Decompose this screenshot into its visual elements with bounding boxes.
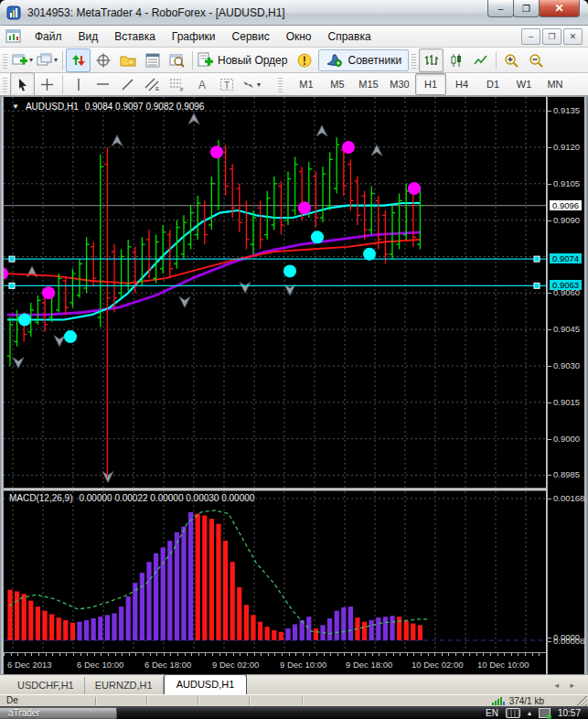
window-icon (6, 5, 21, 20)
toolbar-grip[interactable] (412, 52, 416, 69)
price-axis-label: 0.9015 (553, 397, 580, 407)
minimize-button[interactable]: – (487, 0, 514, 17)
text-label-tool-button[interactable]: T (214, 72, 239, 96)
zoom-in-button[interactable] (499, 48, 524, 72)
status-divider (198, 697, 199, 705)
arrows-tool-button[interactable]: ▾ (239, 72, 263, 96)
time-axis-label: 6 Dec 18:00 (144, 660, 191, 670)
line-chart-button[interactable] (468, 48, 493, 72)
macd-indicator-panel[interactable] (4, 491, 546, 652)
fibo-tool-button[interactable]: F (165, 72, 189, 96)
tab-scroll-arrows[interactable]: ◂ ▸ (554, 681, 579, 690)
timeframe-M5[interactable]: M5 (322, 73, 353, 95)
channel-tool-button[interactable]: E (140, 72, 165, 96)
trendline-tool-button[interactable] (115, 72, 140, 96)
close-button[interactable]: ✕ (539, 0, 580, 17)
language-indicator[interactable]: EN (486, 708, 498, 718)
window-right-edge (584, 97, 588, 674)
toolbar-grip[interactable] (278, 76, 283, 92)
chart-symbol-label: AUDUSD,H1 (26, 102, 79, 112)
price-axis: 0.91350.91200.91050.90960.90900.90740.90… (548, 97, 584, 674)
status-divider (95, 697, 97, 705)
timeframe-M30[interactable]: M30 (384, 73, 415, 95)
chart-tab-bar: USDCHF,H1EURNZD,H1AUDUSD,H1◂ ▸ (0, 674, 588, 694)
menu-item-0[interactable]: Файл (27, 27, 70, 46)
profiles-icon (37, 53, 53, 68)
price-axis-label: 0.9120 (553, 142, 580, 152)
chart-tab-EURNZDH1[interactable]: EURNZD,H1 (85, 677, 164, 694)
timeframe-M15[interactable]: M15 (353, 73, 384, 95)
toolbar-separator (62, 75, 63, 93)
menu-item-2[interactable]: Вставка (106, 27, 164, 46)
data-window-button[interactable] (140, 48, 165, 72)
toolbar-separator (62, 51, 63, 70)
mdi-minimize-button[interactable]: – (521, 28, 540, 45)
price-axis-label: 0.9030 (553, 360, 580, 370)
hline-tool-button[interactable] (91, 72, 115, 96)
candle-chart-button[interactable] (444, 48, 468, 72)
menu-item-6[interactable]: Справка (320, 27, 380, 46)
maximize-button[interactable]: ❐ (513, 0, 540, 17)
resize-grip[interactable] (577, 696, 587, 706)
time-axis-label: 10 Dec 10:00 (477, 660, 529, 670)
axis-tick (548, 111, 551, 112)
axis-tick (548, 439, 551, 440)
expert-advisors-button[interactable]: Советники (318, 49, 409, 71)
standard-toolbar: ▾ ▾ Новый Ордер Совет (0, 48, 588, 73)
mdi-close-button[interactable]: ✕ (563, 28, 583, 45)
menu-item-1[interactable]: Вид (70, 27, 107, 46)
new-chart-button[interactable]: ▾ (10, 48, 35, 72)
timeframe-W1[interactable]: W1 (508, 73, 540, 95)
price-axis-label: 0.9000 (553, 434, 580, 444)
price-axis-label: 0.9096 (550, 200, 582, 210)
axis-tick (548, 184, 551, 185)
new-order-button[interactable] (196, 48, 216, 72)
timeframe-H4[interactable]: H4 (446, 73, 477, 95)
new-order-label[interactable]: Новый Ордер (218, 54, 287, 67)
main-price-chart[interactable] (4, 97, 546, 488)
channel-icon: E (144, 77, 160, 91)
crosshair-tool-button[interactable] (35, 72, 59, 96)
timeframe-MN[interactable]: MN (540, 73, 571, 95)
toolbar-grip[interactable] (3, 76, 7, 92)
text-tool-button[interactable]: A (189, 72, 214, 96)
mdi-restore-button[interactable]: ❐ (542, 28, 561, 45)
axis-tick (548, 220, 551, 221)
favorites-button[interactable] (115, 48, 140, 72)
timeframe-D1[interactable]: D1 (477, 73, 508, 95)
menu-item-4[interactable]: Сервис (224, 27, 278, 46)
new-order-icon (198, 52, 214, 68)
experts-icon (326, 53, 343, 67)
strategy-tester-button[interactable] (165, 48, 189, 72)
menu-item-5[interactable]: Окно (278, 27, 320, 46)
keyboard-icon[interactable] (506, 708, 520, 718)
vline-tool-button[interactable] (66, 72, 91, 96)
timeframe-group: M1M5M15M30H1H4D1W1MN (291, 73, 571, 95)
warning-icon (297, 53, 312, 68)
crosshair-button[interactable] (91, 48, 115, 72)
status-left-text: De (6, 695, 18, 705)
timeframe-M1[interactable]: M1 (291, 73, 322, 95)
tray-expand-icon[interactable]: ▴ (528, 709, 531, 717)
network-icon[interactable] (539, 708, 551, 718)
bar-chart-button[interactable] (419, 48, 444, 72)
tick-chart-button[interactable] (66, 48, 91, 72)
toolbar-grip[interactable] (3, 52, 7, 69)
zoom-out-button[interactable] (524, 48, 549, 72)
title-bar[interactable]: 3014953: MetaTrader 4 - RoboForex - [AUD… (0, 0, 588, 26)
axis-tick (548, 329, 551, 330)
menu-item-3[interactable]: Графики (164, 27, 224, 46)
chart-doc-icon[interactable] (5, 29, 21, 43)
cursor-tool-button[interactable] (10, 72, 35, 96)
chart-tab-USDCHFH1[interactable]: USDCHF,H1 (7, 677, 85, 694)
axis-tick (548, 293, 551, 294)
profiles-button[interactable]: ▾ (35, 48, 59, 72)
timeframe-H1[interactable]: H1 (415, 73, 446, 95)
chart-tab-AUDUSDH1[interactable]: AUDUSD,H1 (164, 674, 248, 694)
macd-header: MACD(12,26,9) 0.00000 0.00022 0.00000 0.… (9, 493, 254, 503)
symbol-marker-icon[interactable]: ▼ (12, 102, 19, 111)
cursor-icon (16, 78, 29, 91)
macd-axis-current-label: 0.00008 (553, 636, 584, 646)
alerts-button[interactable] (292, 48, 316, 72)
taskbar-app-button[interactable]: aTrader (0, 707, 117, 719)
